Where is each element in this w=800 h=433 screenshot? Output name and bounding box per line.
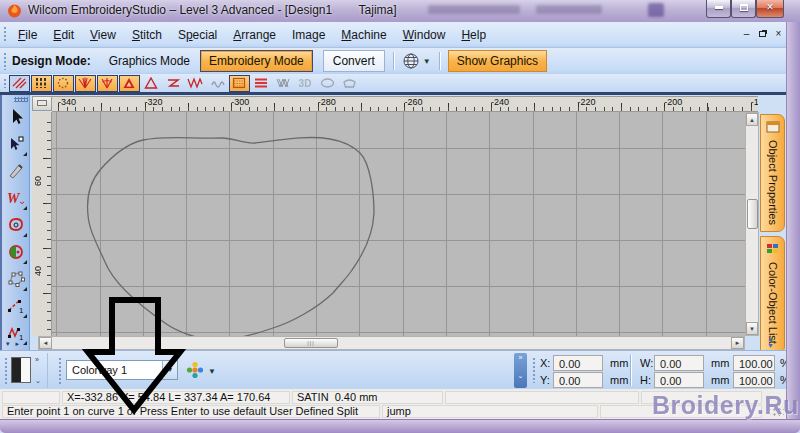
horizontal-scrollbar[interactable]: ◄ ||| ► bbox=[38, 336, 745, 350]
maximize-button[interactable] bbox=[731, 0, 756, 18]
embroidery-mode-button[interactable]: Embroidery Mode bbox=[200, 50, 313, 72]
bottom-toolbar: » ⌄ Colorway 1 ▼ ▼ »⌄ X: bbox=[0, 350, 786, 389]
toolbar-grip[interactable] bbox=[3, 78, 7, 88]
svg-text:W: W bbox=[7, 191, 21, 206]
vertical-scrollbar[interactable]: ▲ ▼ bbox=[745, 112, 759, 336]
status-empty-cell bbox=[2, 391, 60, 404]
scroll-up-button[interactable]: ▲ bbox=[746, 113, 758, 126]
vertical-scroll-thumb[interactable] bbox=[747, 199, 758, 229]
minimize-button[interactable] bbox=[706, 0, 731, 18]
y-input[interactable] bbox=[553, 372, 603, 388]
chevron-down-icon[interactable]: ⌄ bbox=[35, 377, 41, 385]
ruler-label: -320 bbox=[145, 97, 163, 107]
menu-item-edit[interactable]: Edit bbox=[45, 25, 82, 45]
toolbar-grip[interactable] bbox=[14, 97, 28, 102]
tab-object-properties[interactable]: Object Properties bbox=[760, 114, 785, 232]
run-stitch-icon[interactable] bbox=[185, 75, 206, 92]
menu-item-special[interactable]: Special bbox=[170, 25, 225, 45]
glass-artifact bbox=[536, 5, 602, 14]
width-scale-input[interactable] bbox=[733, 355, 775, 371]
appliance-tool[interactable] bbox=[4, 239, 28, 265]
toolbox-overflow-button[interactable]: ▾ ▸ bbox=[6, 340, 21, 348]
toolbar-collapse-handle[interactable]: »⌄ bbox=[514, 353, 527, 388]
select-tool[interactable] bbox=[4, 104, 28, 130]
view-mini-toolbar: » ⌄ bbox=[2, 353, 48, 388]
toolbar-grip[interactable] bbox=[3, 52, 7, 70]
menu-item-view[interactable]: View bbox=[82, 25, 124, 45]
contrast-view-icon[interactable] bbox=[11, 357, 31, 383]
trapunto-icon[interactable] bbox=[317, 75, 338, 92]
menu-item-window[interactable]: Window bbox=[395, 25, 454, 45]
height-input[interactable] bbox=[654, 372, 704, 388]
scroll-down-button[interactable]: ▼ bbox=[746, 322, 758, 335]
tatami-fill-icon[interactable] bbox=[31, 75, 52, 92]
satin-outline-icon[interactable] bbox=[141, 75, 162, 92]
glass-artifact bbox=[648, 3, 664, 17]
3d-effect-icon[interactable]: 3D bbox=[295, 75, 316, 92]
pattern-run-icon[interactable] bbox=[207, 75, 228, 92]
toolbar-grip[interactable] bbox=[4, 357, 8, 384]
ruler-label: -300 bbox=[231, 97, 249, 107]
status-connector-mode: jump bbox=[382, 405, 598, 418]
chevron-down-icon[interactable]: ▼ bbox=[162, 361, 177, 379]
mdi-restore-button[interactable] bbox=[756, 27, 769, 41]
mdi-close-button[interactable]: × bbox=[772, 27, 785, 41]
glass-artifact bbox=[428, 5, 520, 14]
left-toolbox: W 1 1 ▾ ▸ bbox=[0, 95, 30, 350]
lettering-tool[interactable]: W bbox=[4, 185, 28, 211]
graphics-mode-button[interactable]: Graphics Mode bbox=[105, 51, 194, 71]
star-fill-icon[interactable] bbox=[75, 75, 96, 92]
close-button[interactable]: × bbox=[756, 0, 784, 18]
ruler-origin-button[interactable] bbox=[32, 96, 52, 111]
scroll-left-button[interactable]: ◄ bbox=[39, 337, 52, 349]
menu-item-arrange[interactable]: Arrange bbox=[225, 25, 284, 45]
reshape-tool[interactable] bbox=[4, 131, 28, 157]
program-split-icon[interactable] bbox=[251, 75, 272, 92]
chevron-right-icon[interactable]: » bbox=[35, 356, 39, 363]
zigzag-stitch-icon[interactable] bbox=[163, 75, 184, 92]
design-curve bbox=[52, 112, 745, 336]
scroll-right-button[interactable]: ► bbox=[731, 337, 744, 349]
show-graphics-button[interactable]: Show Graphics bbox=[448, 50, 547, 72]
h-label: H: bbox=[640, 374, 651, 386]
knife-tool[interactable] bbox=[4, 158, 28, 184]
svg-text:1: 1 bbox=[19, 306, 24, 315]
fancy-fill-icon[interactable] bbox=[9, 75, 30, 92]
design-canvas[interactable] bbox=[52, 112, 745, 336]
satin-stitch-icon[interactable] bbox=[119, 75, 140, 92]
window-controls: × bbox=[706, 0, 784, 18]
height-scale-input[interactable] bbox=[733, 372, 775, 388]
pattern-fill-icon[interactable] bbox=[229, 75, 250, 92]
y-label: Y: bbox=[540, 374, 550, 386]
menu-item-file[interactable]: File bbox=[10, 25, 45, 45]
colorway-palette-icon[interactable] bbox=[186, 361, 204, 379]
vertical-ruler: 6040 bbox=[32, 112, 52, 336]
penetration-point-tool[interactable]: 1 bbox=[4, 293, 28, 319]
chevron-down-icon[interactable]: ▼ bbox=[208, 367, 216, 376]
object-properties-icon bbox=[766, 119, 780, 137]
toolbar-grip[interactable] bbox=[58, 357, 62, 384]
toolbar-grip[interactable] bbox=[3, 26, 7, 43]
x-input[interactable] bbox=[553, 355, 603, 371]
convert-button[interactable]: Convert bbox=[323, 50, 385, 72]
closed-shape-tool[interactable] bbox=[4, 212, 28, 238]
width-input[interactable] bbox=[654, 355, 704, 371]
ruler-label: -260 bbox=[404, 97, 422, 107]
toolbar-grip[interactable] bbox=[532, 357, 536, 383]
tab-scroll-arrows[interactable]: ▲▼ bbox=[767, 335, 774, 349]
mdi-minimize-button[interactable]: – bbox=[740, 27, 753, 41]
motif-fill-icon[interactable] bbox=[53, 75, 74, 92]
flexi-split-icon[interactable] bbox=[273, 75, 294, 92]
ripple-fill-icon[interactable] bbox=[97, 75, 118, 92]
menu-item-help[interactable]: Help bbox=[453, 25, 494, 45]
menu-item-stitch[interactable]: Stitch bbox=[124, 25, 170, 45]
menu-item-machine[interactable]: Machine bbox=[333, 25, 394, 45]
basket-weave-icon[interactable] bbox=[339, 75, 360, 92]
polygon-select-tool[interactable] bbox=[4, 266, 28, 292]
horizontal-scroll-thumb[interactable]: ||| bbox=[284, 338, 338, 348]
colorway-select[interactable]: Colorway 1 ▼ bbox=[66, 360, 178, 380]
hoop-globe-dropdown[interactable]: ▼ bbox=[402, 52, 431, 70]
menu-item-image[interactable]: Image bbox=[284, 25, 333, 45]
window-right-frame bbox=[786, 22, 800, 419]
globe-icon bbox=[402, 52, 420, 70]
